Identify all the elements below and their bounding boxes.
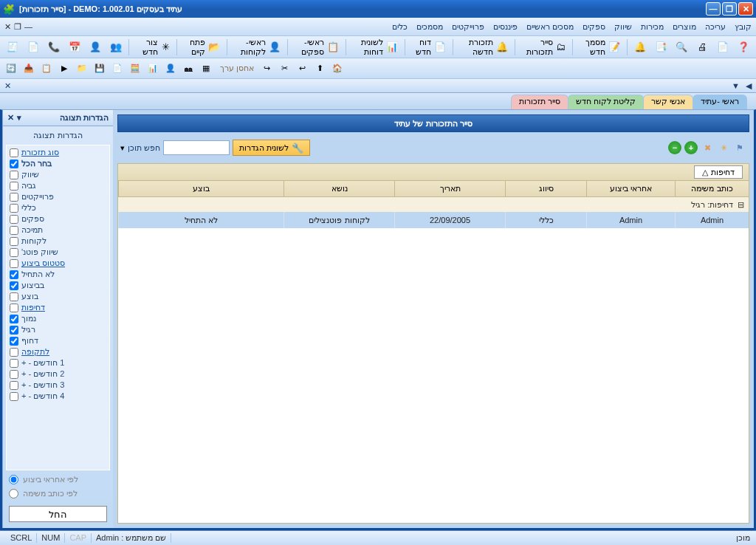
tool-undo-icon[interactable]: ↩ [294,61,310,77]
menu-item[interactable]: כלים [392,22,408,32]
collapse-icon[interactable]: ⊟ [738,200,744,210]
col-owner[interactable]: אחראי ביצוע [586,181,675,196]
checkbox[interactable] [10,259,18,268]
toolbar-icon-button[interactable]: 👥 [106,38,126,56]
toolbar-icon-button[interactable]: ❓ [734,38,753,56]
tool-copy-icon[interactable]: 📋 [38,61,55,77]
checkbox[interactable] [10,281,18,290]
menu-item[interactable]: מוצרים [673,22,696,32]
sidebar-checkbox-item[interactable]: לא התחיל [7,269,109,280]
mdi-close[interactable]: ✕ [4,22,11,32]
checkbox[interactable] [10,171,18,179]
toolbar-icon-button[interactable]: 📄 [24,38,43,56]
checkbox[interactable] [10,370,18,379]
apply-button[interactable]: החל [9,506,107,522]
tool-house-icon[interactable]: 🏘 [180,61,196,77]
tool-cut-icon[interactable]: ✂ [276,61,292,77]
toolbar-icon-button[interactable]: 📑 [651,38,670,56]
menu-item[interactable]: מסמכים [416,22,443,32]
toolbar-icon-button[interactable]: 🧾 [3,38,22,56]
sidebar-checkbox-item[interactable]: שיווק [7,169,109,180]
col-done[interactable]: בוצע [118,181,284,196]
sidebar-checkbox-item[interactable]: גביה [7,180,109,191]
tool-grid-icon[interactable]: ▦ [198,61,214,77]
menu-item[interactable]: ספקים [583,22,605,32]
checkbox[interactable] [10,359,18,368]
toolbar-icon-button[interactable]: 📞 [44,38,63,56]
checkbox[interactable] [10,160,18,168]
sidebar-group[interactable]: סוג תזכורת [7,147,109,158]
tool-home-icon[interactable]: 🏠 [329,61,346,77]
checkbox[interactable] [10,270,18,279]
sidebar-checkbox-item[interactable]: תמיכה [7,224,109,236]
checkbox[interactable] [10,337,18,346]
sidebar-group[interactable]: סטטוס ביצוע [7,258,109,269]
sidebar-checkbox-item[interactable]: 1 חודשים - + [7,357,109,369]
checkbox[interactable] [10,381,18,390]
sidebar-checkbox-item[interactable]: שיווק פוטנ' [7,247,109,258]
checkbox[interactable] [10,326,18,335]
flag-icon[interactable]: ⚑ [733,141,746,154]
menu-item[interactable]: שיווק [614,22,632,32]
tool-play-icon[interactable]: ▶ [56,61,72,77]
checkbox[interactable] [10,193,18,202]
table-row[interactable]: Admin Admin כללי 22/09/2005 לקוחות פוטנצ… [118,212,749,228]
remove-button[interactable]: − [668,141,681,154]
toolbar-button[interactable]: 📝מסמך חדש [576,38,624,56]
col-writer[interactable]: כותב משימה [675,181,749,196]
tool-folder-icon[interactable]: 📁 [74,61,90,77]
tool-up-icon[interactable]: ⬆ [312,61,328,77]
toolbar-button[interactable]: ✳צור חדש [132,38,174,56]
sidebar-checkbox-item[interactable]: לקוחות [7,236,109,247]
toolbar-icon-button[interactable]: 🔍 [672,38,691,56]
sidebar-checkbox-item[interactable]: נמוך [7,313,109,324]
sidebar-checkbox-item[interactable]: רגיל [7,324,109,335]
toolbar-button[interactable]: 📊לשונית דוחות [349,38,402,56]
tab[interactable]: אנשי קשר [643,95,693,109]
checkbox[interactable] [10,292,18,301]
toolbar-icon-button[interactable]: 🔔 [630,38,650,56]
checkbox[interactable] [10,182,18,191]
toolbar-button[interactable]: 👤ראשי-לקוחות [230,38,284,56]
checkbox[interactable] [10,392,18,401]
menu-item[interactable]: קובץ [735,22,752,32]
menu-item[interactable]: פרוייקטים [452,22,484,32]
toolbar-button[interactable]: 🗂סייר תזכורות [518,38,569,56]
checkbox[interactable] [10,304,18,312]
sidebar-group[interactable]: דחיפות [7,302,109,313]
sidebar-checkbox-item[interactable]: כללי [7,202,109,213]
sidebar-group[interactable]: לתקופה [7,346,109,357]
menu-item[interactable]: מכירות [641,22,664,32]
sidebar-dropdown-icon[interactable]: ▾ [17,113,21,123]
menu-item[interactable]: עריכה [705,22,726,32]
checkbox[interactable] [10,237,18,246]
sidebar-checkbox-item[interactable]: פרוייקטים [7,191,109,202]
checkbox[interactable] [10,248,18,257]
checkbox[interactable] [10,215,18,224]
checkbox[interactable] [10,204,18,213]
toolbar-button[interactable]: 📋ראשי-ספקים [290,38,342,56]
tool-redo-icon[interactable]: ↪ [258,61,275,77]
add-button[interactable]: + [684,141,698,154]
sidebar-checkbox-item[interactable]: בביצוע [7,280,109,291]
sidebar-checkbox-item[interactable]: בוצע [7,291,109,302]
tool-chart-icon[interactable]: 📊 [145,61,161,77]
toolbar-button[interactable]: 🔔תזכורת חדשה [456,38,512,56]
checkbox[interactable] [10,226,18,235]
toolbar-icon-button[interactable]: 📅 [65,38,84,56]
menu-item[interactable]: מסכים ראשיים [526,22,574,32]
star-icon[interactable]: ✳ [717,141,730,154]
mdi-minimize[interactable]: ― [24,22,32,32]
tab[interactable]: ראשי -עתיד [693,95,747,109]
tool-refresh-icon[interactable]: 🔄 [3,61,19,77]
checkbox[interactable] [10,148,18,157]
window-maximize-button[interactable]: ❐ [722,2,737,16]
radio-by-writer[interactable]: לפי כותב משימה [9,489,107,498]
toolbar-icon-button[interactable]: 🖨 [693,38,712,56]
toolbar-button[interactable]: 📂פתח קיים [180,38,224,56]
sidebar-close-icon[interactable]: ✕ [7,113,14,123]
menu-item[interactable]: פיננסים [493,22,518,32]
tool-calc-icon[interactable]: 🧮 [127,61,143,77]
col-class[interactable]: סיווג [505,181,586,196]
nav-prev-icon[interactable]: ◀ [746,81,752,91]
